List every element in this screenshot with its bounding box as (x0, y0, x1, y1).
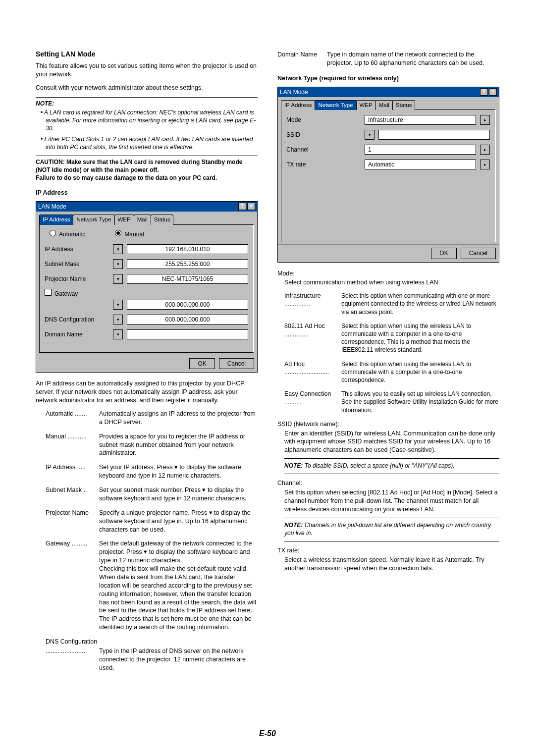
label-channel: Channel (286, 146, 361, 154)
mode-term: 802.11 Ad Hoc .............. (284, 322, 341, 354)
tab-ip-address[interactable]: IP Address (281, 100, 315, 110)
txrate-description: Select a wireless transmission speed. No… (284, 556, 499, 573)
keyboard-icon[interactable]: ▾ (113, 315, 123, 324)
checkbox-gateway[interactable]: Gateway (45, 289, 78, 298)
dl-def: Specify a unique projector name. Press ▾… (99, 509, 258, 534)
ok-button[interactable]: OK (431, 248, 456, 259)
tab-mail[interactable]: Mail (375, 100, 393, 110)
dl-term: Automatic ....... (46, 410, 99, 427)
dl-def: Set the default gateway of the network c… (99, 540, 258, 632)
paragraph: An IP address can be automatically assig… (36, 379, 258, 405)
label-projector-name: Projector Name (45, 275, 109, 283)
subnet-field[interactable]: 255.255.255.000 (127, 259, 248, 269)
keyboard-icon[interactable]: ▾ (365, 130, 374, 140)
note-label: NOTE: (36, 100, 258, 108)
tab-mail[interactable]: Mail (134, 215, 151, 225)
dropdown-icon[interactable]: ▸ (480, 145, 490, 155)
mode-term: Easy Connection .......... (284, 390, 341, 414)
dl-def: Set your subnet mask number. Press ▾ to … (99, 486, 258, 503)
channel-description: Set this option when selecting [802.11 A… (284, 488, 499, 514)
label-dns: DNS Configuration (45, 316, 109, 324)
dl-term: ....................... (46, 647, 99, 672)
mode-def: This allows you to easily set up wireles… (341, 390, 499, 414)
mode-term: Infrastructure ............... (284, 292, 341, 316)
tab-status[interactable]: Status (392, 100, 416, 110)
intro-text: This feature allows you to set various s… (36, 62, 258, 79)
tab-status[interactable]: Status (151, 215, 174, 225)
dl-def: Automatically assigns an IP address to t… (99, 410, 258, 427)
mode-term: Ad Hoc .......................... (284, 360, 341, 384)
ssid-description: Enter an identifier (SSID) for wireless … (284, 430, 499, 455)
tab-wep[interactable]: WEP (356, 100, 376, 110)
domain-field[interactable] (127, 329, 248, 339)
divider (284, 458, 499, 459)
txrate-label: TX rate: (277, 546, 499, 555)
dl-term: Domain Name (277, 51, 327, 67)
lan-mode-dialog-ip: LAN Mode ? × IP Address Network Type WEP… (36, 201, 258, 373)
dl-def: Type in domain name of the network conne… (327, 51, 499, 67)
dl-def: Set your IP address. Press ▾ to display … (99, 463, 258, 480)
dl-def: Provides a space for you to register the… (99, 432, 258, 458)
dl-term: Subnet Mask .. (46, 486, 99, 503)
dl-term: Projector Name (46, 509, 99, 534)
close-button[interactable]: × (247, 203, 255, 210)
mode-def: Select this option when using the wirele… (341, 360, 499, 384)
tab-wep[interactable]: WEP (114, 215, 134, 225)
lan-mode-dialog-network-type: LAN Mode ? × IP Address Network Type WEP… (277, 87, 499, 263)
ssid-note-text: To disable SSID, select a space (null) o… (305, 462, 455, 469)
dropdown-icon[interactable]: ▸ (480, 160, 490, 169)
divider (284, 474, 499, 474)
gateway-field[interactable]: 000.000.000.000 (127, 300, 248, 310)
channel-select[interactable]: 1 (365, 145, 476, 155)
dl-term: Manual ........... (46, 432, 99, 458)
channel-note-text: Channels in the pull-down list are diffe… (284, 522, 491, 537)
ip-address-field[interactable]: 192.168.010.010 (127, 244, 248, 254)
divider (36, 97, 258, 98)
tab-network-type[interactable]: Network Type (315, 100, 356, 110)
dns-field[interactable]: 000.000.000.000 (127, 315, 248, 324)
divider (284, 518, 499, 518)
tab-ip-address[interactable]: IP Address (39, 215, 73, 225)
section-heading: Setting LAN Mode (36, 50, 258, 59)
label-mode: Mode (286, 116, 361, 124)
keyboard-icon[interactable]: ▾ (113, 244, 123, 254)
divider (284, 541, 499, 541)
dropdown-icon[interactable]: ▸ (480, 115, 490, 125)
cancel-button[interactable]: Cancel (219, 358, 254, 369)
mode-select[interactable]: Infrastructure (365, 115, 476, 125)
txrate-select[interactable]: Automatic (365, 160, 476, 169)
radio-automatic[interactable]: Automatic (50, 230, 85, 238)
divider (36, 156, 258, 156)
mode-def: Select this option when communicating wi… (341, 292, 499, 316)
channel-label: Channel: (277, 479, 499, 487)
tab-network-type[interactable]: Network Type (73, 215, 114, 225)
dialog-title: LAN Mode (280, 88, 308, 96)
close-button[interactable]: × (489, 88, 497, 96)
ok-button[interactable]: OK (189, 358, 214, 369)
ssid-label: SSID (Network name): (277, 420, 499, 429)
network-type-heading: Network Type (required for wireless only… (277, 74, 499, 83)
keyboard-icon[interactable]: ▾ (113, 274, 123, 284)
keyboard-icon[interactable]: ▾ (113, 300, 123, 310)
dl-def: Type in the IP address of DNS server on … (99, 647, 258, 672)
dl-term: IP Address ..... (46, 463, 99, 480)
projector-name-field[interactable]: NEC-MT1075/1065 (127, 274, 248, 284)
dl-term: Gateway ......... (46, 540, 99, 632)
page-number: E-50 (0, 728, 535, 739)
label-ssid: SSID (286, 131, 361, 139)
keyboard-icon[interactable]: ▾ (113, 259, 123, 269)
ssid-field[interactable] (378, 130, 490, 140)
help-button[interactable]: ? (238, 203, 246, 210)
radio-manual[interactable]: Manual (115, 230, 144, 238)
ip-address-heading: IP Address (36, 189, 258, 197)
label-ip: IP Address (45, 245, 109, 253)
mode-label: Mode: (277, 270, 499, 278)
keyboard-icon[interactable]: ▾ (113, 329, 123, 339)
label-domain: Domain Name (45, 330, 109, 338)
dialog-title: LAN Mode (38, 203, 66, 211)
help-button[interactable]: ? (480, 88, 488, 96)
label-txrate: TX rate (286, 161, 361, 168)
intro-text2: Consult with your network administrator … (36, 84, 258, 92)
cancel-button[interactable]: Cancel (461, 248, 496, 259)
mode-description: Select communication method when using w… (284, 278, 499, 287)
